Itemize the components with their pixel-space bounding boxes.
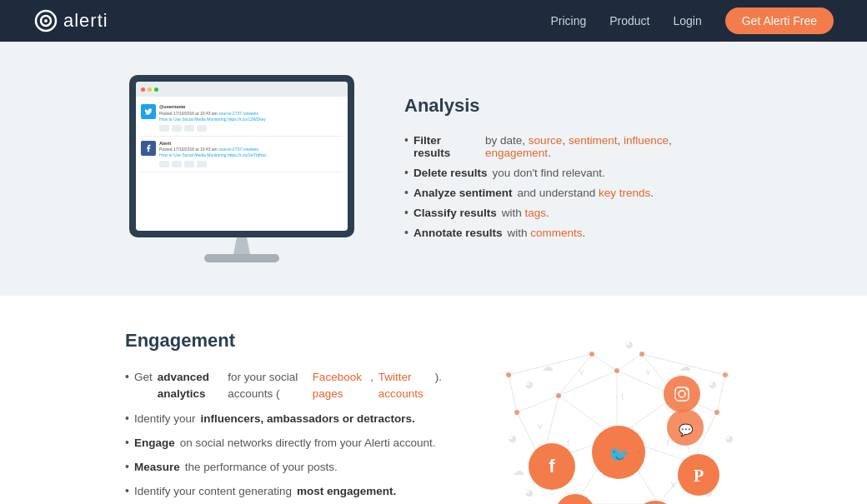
logo: alerti [33,8,108,33]
engagement-list: Get advanced analytics for your social a… [125,365,442,504]
svg-text:v: v [538,422,542,431]
engagement-point-1: Get advanced analytics for your social a… [125,365,442,407]
svg-text:💬: 💬 [679,423,694,437]
svg-text:v: v [671,480,675,489]
svg-point-75 [686,388,689,391]
svg-text:◕: ◕ [725,433,734,443]
monitor-screen: @username Posted 17/10/2016 at 10:43 am … [136,82,348,231]
engagement-point-3: Engage on social networks directly from … [125,431,442,455]
svg-text:◕: ◕ [509,433,517,443]
svg-text:P: P [694,467,704,485]
screen-content: @username Posted 17/10/2016 at 10:43 am … [136,97,348,176]
main-header: alerti Pricing Product Login Get Alerti … [0,0,867,42]
svg-point-43 [639,352,644,357]
svg-text:f: f [549,456,555,477]
monitor-base [204,254,279,262]
svg-line-11 [559,371,617,396]
social-network-svg: ◕ ◕ ◕ ◕ ◕ ◕ ◕ ◕ v v v v v v t t t ☁ [492,329,742,504]
analysis-list: Filter results by date, source, sentimen… [404,130,738,242]
svg-line-22 [617,354,642,371]
engagement-point-5: Identify your content generating most en… [125,479,442,503]
analysis-point-4: Classify results with tags. [404,202,738,222]
svg-text:☁: ☁ [679,360,691,373]
get-alerti-free-button[interactable]: Get Alerti Free [725,7,834,34]
social-network-illustration: ◕ ◕ ◕ ◕ ◕ ◕ ◕ ◕ v v v v v v t t t ☁ [492,329,742,504]
twitter-avatar-1 [141,104,156,119]
svg-text:t: t [621,392,624,402]
tweet-text-2: Alerti Posted 17/10/2016 at 10:43 am sou… [159,141,267,168]
svg-line-23 [559,354,592,396]
tumblr-circle [555,494,595,504]
svg-line-29 [509,375,517,412]
engagement-section: Engagement Get advanced analytics for yo… [0,296,867,504]
dot-green [154,87,158,92]
engagement-point-4: Measure the performance of your posts. [125,455,442,479]
analysis-text-block: Analysis Filter results by date, source,… [404,95,738,242]
svg-line-31 [717,375,725,412]
svg-text:t: t [567,438,569,447]
svg-text:🐦: 🐦 [609,445,629,465]
svg-point-48 [723,372,728,377]
monitor-neck [233,237,250,254]
engagement-title: Engagement [125,330,442,352]
dot-yellow [148,87,152,92]
analysis-title: Analysis [404,95,738,117]
monitor-titlebar [136,82,348,97]
svg-line-21 [592,354,617,371]
analysis-point-3: Analyze sentiment and understand key tre… [404,182,738,202]
svg-point-47 [506,372,511,377]
svg-text:t: t [667,438,669,447]
svg-point-41 [714,410,719,415]
analysis-bold-2: Delete results [413,167,488,179]
monitor-frame: @username Posted 17/10/2016 at 10:43 am … [129,75,354,237]
logo-icon [33,8,58,33]
svg-point-42 [589,352,594,357]
analysis-bold-5: Annotate results [413,227,503,239]
logo-text: alerti [63,10,108,32]
analysis-point-5: Annotate results with comments. [404,222,738,242]
nav-login[interactable]: Login [673,14,701,27]
svg-point-33 [556,393,561,398]
analysis-bold-3: Analyze sentiment [413,187,513,199]
analysis-bold-1: Filter results [413,134,480,159]
svg-text:☁: ☁ [513,464,524,477]
analysis-point-2: Delete results you don't find relevant. [404,162,738,182]
dot-red [141,87,145,92]
youtube-circle [634,501,677,504]
svg-text:☁: ☁ [542,360,554,373]
svg-line-17 [517,396,559,412]
engagement-point-2: Identify your influencers, ambassadors o… [125,407,442,431]
svg-text:◕: ◕ [525,487,534,497]
svg-text:v: v [579,367,584,377]
svg-text:v: v [646,367,650,377]
analysis-point-1: Filter results by date, source, sentimen… [404,130,738,162]
nav-product[interactable]: Product [609,14,649,27]
monitor-illustration: @username Posted 17/10/2016 at 10:43 am … [129,75,354,262]
instagram-circle [664,376,700,412]
tweet-row-2: Alerti Posted 17/10/2016 at 10:43 am sou… [141,137,343,173]
main-nav: Pricing Product Login Get Alerti Free [550,7,834,34]
svg-point-40 [514,410,519,415]
nav-pricing[interactable]: Pricing [550,14,586,27]
tweet-row-1: @username Posted 17/10/2016 at 10:43 am … [141,100,343,137]
engagement-text-block: Engagement Get advanced analytics for yo… [125,330,442,504]
tweet-text-1: @username Posted 17/10/2016 at 10:43 am … [159,104,266,132]
svg-text:◕: ◕ [525,379,534,389]
svg-text:◕: ◕ [709,379,717,389]
svg-point-39 [614,368,619,373]
analysis-section: @username Posted 17/10/2016 at 10:43 am … [0,42,867,296]
analysis-bold-4: Classify results [413,207,497,219]
svg-point-2 [44,19,48,22]
svg-text:◕: ◕ [625,339,634,349]
facebook-avatar-1 [141,141,156,156]
